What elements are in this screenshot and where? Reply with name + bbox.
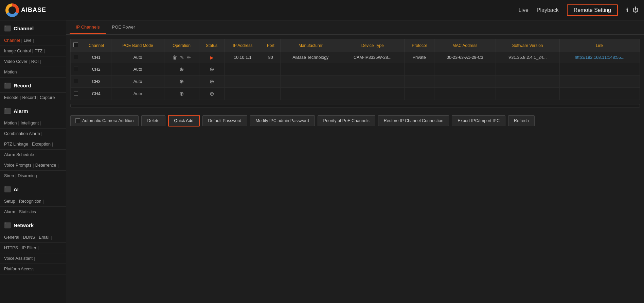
delete-button[interactable]: Delete	[141, 115, 165, 126]
remote-setting-nav-link[interactable]: Remote Setting	[567, 4, 618, 16]
sidebar-link-intelligent[interactable]: Intelligent	[21, 121, 39, 125]
sidebar-link-ddns[interactable]: DDNS	[23, 235, 35, 240]
sidebar-link-statistics[interactable]: Statistics	[19, 209, 36, 214]
restore-ip-button[interactable]: Restore IP Channel Connection	[378, 115, 449, 126]
cell-link[interactable]	[559, 63, 640, 75]
quick-add-button[interactable]: Quick Add	[168, 115, 200, 127]
sidebar-link-image-control[interactable]: Image Control	[4, 49, 31, 53]
export-import-button[interactable]: Export IPC/Import IPC	[452, 115, 505, 126]
content-area: IP Channels POE Power Channel POE Band M…	[66, 20, 644, 303]
cell-protocol	[404, 75, 434, 88]
add-op-icon[interactable]: ⊕	[179, 90, 184, 97]
sidebar-link-roi[interactable]: ROI	[31, 59, 39, 64]
th-poe-band-mode: POE Band Mode	[111, 39, 164, 52]
alarm-links-6: Siren | Disarming	[0, 171, 66, 181]
cell-device-type	[341, 63, 404, 75]
refresh-button[interactable]: Refresh	[508, 115, 535, 126]
logo-icon	[5, 3, 19, 17]
sidebar-link-alarm-schedule[interactable]: Alarm Schedule	[4, 152, 34, 157]
cell-poe-band-mode: Auto	[111, 75, 164, 88]
sidebar-link-video-cover[interactable]: Video Cover	[4, 59, 28, 64]
live-nav-link[interactable]: Live	[518, 7, 528, 13]
sidebar-link-ptz[interactable]: PTZ	[35, 49, 43, 53]
cell-device-type	[341, 88, 404, 100]
sidebar-link-recognition[interactable]: Recognition	[19, 199, 41, 204]
cell-poe-band-mode: Auto	[111, 52, 164, 63]
sidebar-link-platform-access[interactable]: Platform Access	[4, 267, 35, 271]
cell-link[interactable]	[559, 75, 640, 88]
cell-mac	[434, 63, 496, 75]
sidebar-link-disarming[interactable]: Disarming	[18, 173, 37, 178]
add-status-icon[interactable]: ⊕	[210, 79, 214, 84]
info-button[interactable]: ℹ	[626, 6, 628, 14]
sidebar-link-email[interactable]: Email	[39, 235, 49, 240]
add-op-icon[interactable]: ⊕	[179, 78, 184, 85]
sidebar-link-capture[interactable]: Capture	[40, 95, 55, 100]
sidebar-link-live[interactable]: Live	[24, 38, 32, 43]
cell-device-type	[341, 75, 404, 88]
row-checkbox[interactable]	[74, 67, 78, 71]
sidebar-link-motion[interactable]: Motion	[4, 121, 17, 125]
sidebar-link-voice-assistant[interactable]: Voice Assistant	[4, 256, 33, 261]
network-links-2: HTTPS | IP Filter |	[0, 243, 66, 253]
sidebar-link-https[interactable]: HTTPS	[4, 246, 18, 250]
ai-links-2: Alarm | Statistics	[0, 207, 66, 217]
tab-bar: IP Channels POE Power	[66, 20, 644, 35]
add-status-icon[interactable]: ⊕	[210, 66, 214, 72]
priority-poe-button[interactable]: Priority of PoE Channels	[318, 115, 375, 126]
pencil-op-icon[interactable]: ✏	[187, 55, 191, 60]
tab-ip-channels[interactable]: IP Channels	[70, 21, 106, 34]
network-links-1: General | DDNS | Email |	[0, 232, 66, 243]
cell-channel: CH4	[81, 88, 111, 100]
sidebar-link-combination-alarm[interactable]: Combination Alarm	[4, 131, 40, 136]
sidebar-link-setup[interactable]: Setup	[4, 199, 15, 204]
cell-ip	[224, 75, 261, 88]
sidebar-link-general[interactable]: General	[4, 235, 19, 240]
cell-poe-band-mode: Auto	[111, 88, 164, 100]
network-links-3: Voice Assistant |	[0, 253, 66, 264]
add-status-icon[interactable]: ⊕	[210, 91, 214, 97]
network-section-label: Network	[14, 222, 34, 228]
cell-ip	[224, 63, 261, 75]
sidebar-section-record: ⬛ Record	[0, 78, 66, 92]
delete-op-icon[interactable]: 🗑	[173, 55, 177, 60]
modify-ipc-button[interactable]: Modify IPC admin Password	[250, 115, 315, 126]
button-bar: Automatic Camera Addition Delete Quick A…	[66, 110, 644, 132]
row-checkbox[interactable]	[74, 91, 78, 96]
cell-mac	[434, 75, 496, 88]
sidebar-link-exception[interactable]: Exception	[32, 142, 51, 147]
sidebar-link-alarm-ai[interactable]: Alarm	[4, 209, 15, 214]
cell-manufacturer	[280, 75, 341, 88]
sidebar-link-voice-prompts[interactable]: Voice Prompts	[4, 163, 32, 168]
th-protocol: Protocol	[404, 39, 434, 52]
sidebar-link-siren[interactable]: Siren	[4, 173, 14, 178]
sidebar-link-encode[interactable]: Encode	[4, 95, 18, 100]
cell-link[interactable]	[559, 88, 640, 100]
th-link: Link	[559, 39, 640, 52]
table-row: CH1Auto 🗑 ✎ ✏ ▶10.10.1.180AiBase Technol…	[71, 52, 640, 63]
sidebar-link-motion-channel[interactable]: Motion	[4, 70, 17, 74]
power-button[interactable]: ⏻	[632, 6, 639, 14]
add-op-icon[interactable]: ⊕	[179, 66, 184, 72]
default-password-button[interactable]: Default Password	[202, 115, 247, 126]
playback-nav-link[interactable]: Playback	[537, 7, 559, 13]
sidebar-link-record[interactable]: Record	[22, 95, 36, 100]
logo-text: AIBASE	[21, 6, 46, 14]
auto-camera-addition-button[interactable]: Automatic Camera Addition	[70, 115, 139, 126]
edit-op-icon[interactable]: ✎	[180, 55, 184, 60]
cell-link[interactable]: http://192.168.11:148:55...	[559, 52, 640, 63]
sidebar-link-ip-filter[interactable]: IP Filter	[22, 246, 36, 250]
channel-icon: ⬛	[4, 25, 11, 32]
ai-icon: ⬛	[4, 186, 11, 192]
play-status-icon[interactable]: ▶	[210, 55, 214, 60]
row-checkbox[interactable]	[74, 79, 78, 83]
auto-camera-checkbox[interactable]	[75, 118, 80, 123]
table-scrollbar[interactable]	[70, 104, 640, 107]
sidebar: ⬛ Channel Channel | Live | Image Control…	[0, 20, 66, 303]
sidebar-link-channel[interactable]: Channel	[4, 38, 20, 43]
row-checkbox[interactable]	[74, 55, 78, 59]
sidebar-link-ptz-linkage[interactable]: PTZ Linkage	[4, 142, 28, 147]
cell-port	[261, 88, 281, 100]
tab-poe-power[interactable]: POE Power	[106, 21, 141, 34]
sidebar-link-deterrence[interactable]: Deterrence	[35, 163, 56, 168]
